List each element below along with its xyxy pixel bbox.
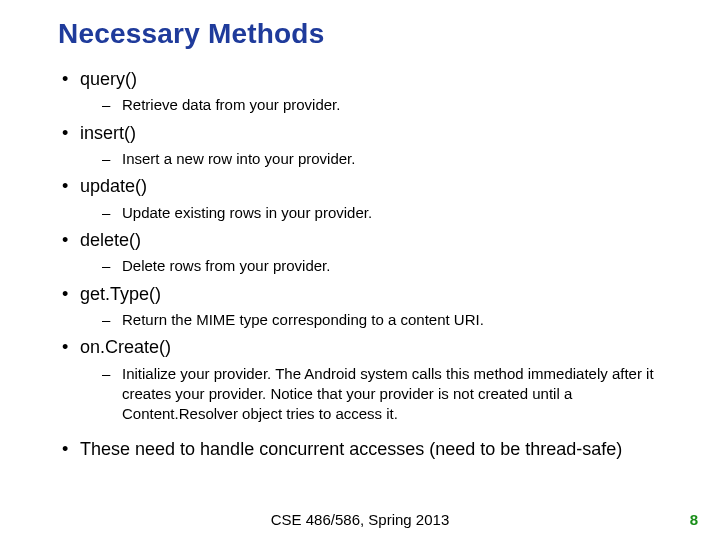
method-desc-list: Update existing rows in your provider. xyxy=(80,203,680,223)
method-item: insert() Insert a new row into your prov… xyxy=(58,122,680,170)
method-name: on.Create() xyxy=(80,337,171,357)
method-desc: Delete rows from your provider. xyxy=(102,256,680,276)
method-desc-list: Return the MIME type corresponding to a … xyxy=(80,310,680,330)
method-desc-list: Retrieve data from your provider. xyxy=(80,95,680,115)
footer-text: CSE 486/586, Spring 2013 xyxy=(0,511,720,528)
summary-text: These need to handle concurrent accesses… xyxy=(80,439,622,459)
method-desc: Retrieve data from your provider. xyxy=(102,95,680,115)
method-desc-list: Insert a new row into your provider. xyxy=(80,149,680,169)
summary-bullet: These need to handle concurrent accesses… xyxy=(58,438,680,461)
method-item: on.Create() Initialize your provider. Th… xyxy=(58,336,680,424)
method-item: update() Update existing rows in your pr… xyxy=(58,175,680,223)
slide-title: Necessary Methods xyxy=(58,18,680,50)
method-desc: Insert a new row into your provider. xyxy=(102,149,680,169)
method-item: get.Type() Return the MIME type correspo… xyxy=(58,283,680,331)
method-item: delete() Delete rows from your provider. xyxy=(58,229,680,277)
method-desc-list: Initialize your provider. The Android sy… xyxy=(80,364,680,425)
method-name: get.Type() xyxy=(80,284,161,304)
method-desc: Update existing rows in your provider. xyxy=(102,203,680,223)
method-desc: Return the MIME type corresponding to a … xyxy=(102,310,680,330)
method-name: insert() xyxy=(80,123,136,143)
method-name: update() xyxy=(80,176,147,196)
method-name: query() xyxy=(80,69,137,89)
method-desc: Initialize your provider. The Android sy… xyxy=(102,364,680,425)
bullet-list: query() Retrieve data from your provider… xyxy=(58,68,680,462)
page-number: 8 xyxy=(690,511,698,528)
slide: Necessary Methods query() Retrieve data … xyxy=(0,0,720,540)
method-name: delete() xyxy=(80,230,141,250)
method-desc-list: Delete rows from your provider. xyxy=(80,256,680,276)
method-item: query() Retrieve data from your provider… xyxy=(58,68,680,116)
